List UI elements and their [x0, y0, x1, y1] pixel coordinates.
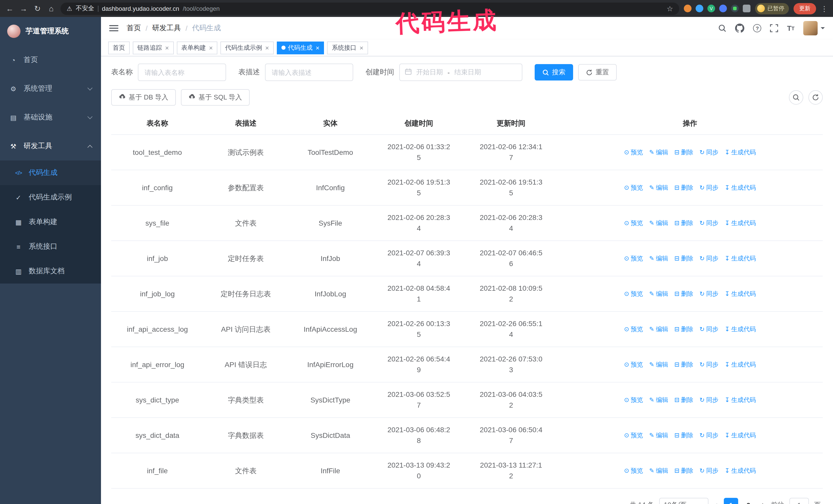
sync-link[interactable]: ↻同步 [699, 430, 718, 441]
delete-link[interactable]: ⊟删除 [674, 253, 693, 264]
preview-link[interactable]: ⊙预览 [624, 430, 643, 441]
toggle-search-button[interactable] [789, 90, 803, 104]
sidebar-item-system[interactable]: ⚙系统管理 [0, 74, 101, 103]
generate-code-link[interactable]: ↧生成代码 [724, 394, 756, 405]
delete-link[interactable]: ⊟删除 [674, 394, 693, 405]
sync-link[interactable]: ↻同步 [699, 288, 718, 299]
hamburger-icon[interactable] [109, 25, 118, 31]
puzzle-icon[interactable] [743, 5, 751, 12]
edit-link[interactable]: ✎编辑 [649, 394, 668, 405]
help-icon[interactable]: ? [753, 24, 761, 32]
close-icon[interactable]: × [165, 44, 169, 51]
user-menu[interactable] [803, 21, 825, 35]
generate-code-link[interactable]: ↧生成代码 [724, 147, 756, 158]
goto-page-input[interactable] [789, 498, 809, 504]
edit-link[interactable]: ✎编辑 [649, 218, 668, 229]
generate-code-link[interactable]: ↧生成代码 [724, 430, 756, 441]
preview-link[interactable]: ⊙预览 [624, 465, 643, 476]
import-db-button[interactable]: 基于 DB 导入 [111, 89, 176, 105]
sidebar-item-infrastructure[interactable]: ▤基础设施 [0, 103, 101, 132]
fullscreen-icon[interactable] [770, 24, 779, 32]
preview-link[interactable]: ⊙预览 [624, 182, 643, 193]
delete-link[interactable]: ⊟删除 [674, 465, 693, 476]
sidebar-item-codegen-example[interactable]: ✓代码生成示例 [0, 185, 101, 210]
page-button-1[interactable]: 1 [724, 498, 738, 504]
generate-code-link[interactable]: ↧生成代码 [724, 465, 756, 476]
tab-api[interactable]: 系统接口× [327, 41, 368, 54]
edit-link[interactable]: ✎编辑 [649, 182, 668, 193]
close-icon[interactable]: × [359, 44, 363, 51]
start-date-placeholder[interactable]: 开始日期 [416, 68, 443, 77]
sync-link[interactable]: ↻同步 [699, 182, 718, 193]
sync-link[interactable]: ↻同步 [699, 324, 718, 335]
profile-chip[interactable]: 已暂停 [755, 3, 789, 14]
sync-link[interactable]: ↻同步 [699, 359, 718, 370]
browser-home-icon[interactable]: ⌂ [47, 4, 56, 13]
browser-update-button[interactable]: 更新 [793, 3, 816, 14]
table-desc-input[interactable] [265, 64, 353, 81]
edit-link[interactable]: ✎编辑 [649, 147, 668, 158]
generate-code-link[interactable]: ↧生成代码 [724, 288, 756, 299]
tab-codegen-example[interactable]: 代码生成示例× [220, 41, 273, 54]
address-bar[interactable]: ⚠ 不安全 dashboard.yudao.iocoder.cn/tool/co… [61, 2, 679, 15]
edit-link[interactable]: ✎编辑 [649, 288, 668, 299]
extension-icon[interactable]: V [708, 5, 715, 12]
extension-icon[interactable] [719, 5, 727, 12]
page-button-2[interactable]: 2 [741, 498, 756, 504]
preview-link[interactable]: ⊙预览 [624, 218, 643, 229]
delete-link[interactable]: ⊟删除 [674, 324, 693, 335]
search-icon[interactable] [718, 24, 727, 32]
close-icon[interactable]: × [264, 44, 269, 51]
sidebar-item-form-builder[interactable]: ▦表单构建 [0, 210, 101, 234]
edit-link[interactable]: ✎编辑 [649, 430, 668, 441]
generate-code-link[interactable]: ↧生成代码 [724, 218, 756, 229]
sync-link[interactable]: ↻同步 [699, 218, 718, 229]
sync-link[interactable]: ↻同步 [699, 147, 718, 158]
sidebar-item-db-doc[interactable]: ▥数据库文档 [0, 259, 101, 284]
delete-link[interactable]: ⊟删除 [674, 218, 693, 229]
edit-link[interactable]: ✎编辑 [649, 253, 668, 264]
page-size-select[interactable]: 10条/页 [659, 498, 709, 504]
sync-link[interactable]: ↻同步 [699, 253, 718, 264]
reset-button[interactable]: 重置 [578, 64, 617, 80]
github-icon[interactable] [735, 24, 744, 33]
generate-code-link[interactable]: ↧生成代码 [724, 359, 756, 370]
breadcrumb-item[interactable]: 首页 [127, 24, 141, 33]
preview-link[interactable]: ⊙预览 [624, 324, 643, 335]
delete-link[interactable]: ⊟删除 [674, 430, 693, 441]
sidebar-item-api[interactable]: ≡系统接口 [0, 234, 101, 259]
generate-code-link[interactable]: ↧生成代码 [724, 253, 756, 264]
import-sql-button[interactable]: 基于 SQL 导入 [181, 89, 250, 105]
sidebar-item-codegen[interactable]: </>代码生成 [0, 161, 101, 185]
tab-codegen[interactable]: 代码生成× [277, 41, 324, 54]
table-name-input[interactable] [138, 64, 226, 81]
delete-link[interactable]: ⊟删除 [674, 359, 693, 370]
tab-form-builder[interactable]: 表单构建× [176, 41, 217, 54]
end-date-placeholder[interactable]: 结束日期 [454, 68, 481, 77]
extension-icon[interactable] [731, 5, 739, 12]
prev-page-button[interactable]: ‹ [714, 500, 719, 504]
preview-link[interactable]: ⊙预览 [624, 288, 643, 299]
browser-forward-icon[interactable]: → [19, 4, 28, 13]
refresh-button[interactable] [808, 90, 823, 104]
preview-link[interactable]: ⊙预览 [624, 394, 643, 405]
browser-reload-icon[interactable]: ↻ [33, 4, 42, 13]
preview-link[interactable]: ⊙预览 [624, 147, 643, 158]
tab-home[interactable]: 首页 [108, 41, 130, 54]
delete-link[interactable]: ⊟删除 [674, 288, 693, 299]
sync-link[interactable]: ↻同步 [699, 465, 718, 476]
extension-icon[interactable] [684, 5, 691, 12]
delete-link[interactable]: ⊟删除 [674, 182, 693, 193]
preview-link[interactable]: ⊙预览 [624, 359, 643, 370]
edit-link[interactable]: ✎编辑 [649, 359, 668, 370]
close-icon[interactable]: × [315, 44, 319, 51]
edit-link[interactable]: ✎编辑 [649, 324, 668, 335]
edit-link[interactable]: ✎编辑 [649, 465, 668, 476]
sync-link[interactable]: ↻同步 [699, 394, 718, 405]
generate-code-link[interactable]: ↧生成代码 [724, 324, 756, 335]
search-button[interactable]: 搜索 [535, 64, 573, 80]
bookmark-star-icon[interactable]: ☆ [667, 4, 673, 13]
browser-back-icon[interactable]: ← [5, 4, 14, 13]
tab-trace[interactable]: 链路追踪× [133, 41, 173, 54]
next-page-button[interactable]: › [761, 500, 766, 504]
